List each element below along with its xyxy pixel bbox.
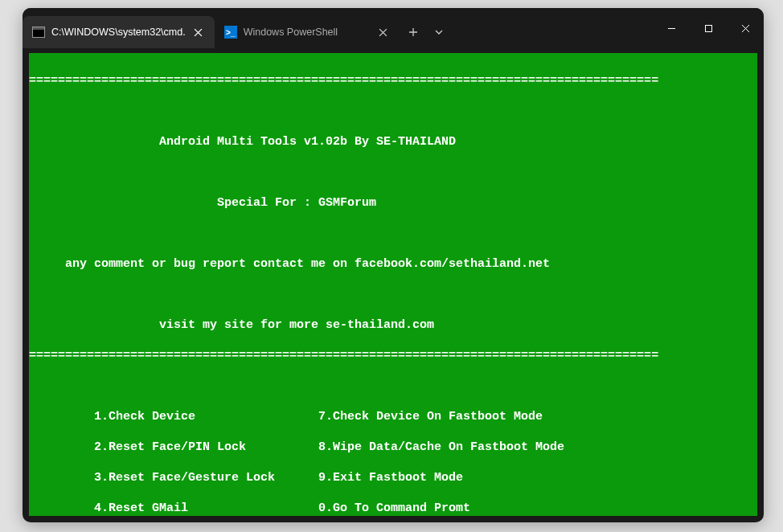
separator-line: ========================================… xyxy=(29,348,757,363)
cmd-icon xyxy=(32,26,45,39)
blank-line xyxy=(29,379,757,394)
tab-dropdown-button[interactable] xyxy=(427,16,451,48)
close-button[interactable] xyxy=(727,8,764,48)
menu-line xyxy=(29,424,757,440)
header-site: visit my site for more se-thailand.com xyxy=(29,317,757,333)
terminal-window: C:\WINDOWS\system32\cmd. >_ Windows Powe… xyxy=(23,8,764,522)
blank-line xyxy=(29,226,757,241)
tab-title: Windows PowerShell xyxy=(244,27,371,38)
blank-line xyxy=(29,287,757,302)
tab-title: C:\WINDOWS\system32\cmd. xyxy=(51,27,186,38)
maximize-button[interactable] xyxy=(690,8,727,48)
title-bar: C:\WINDOWS\system32\cmd. >_ Windows Powe… xyxy=(23,8,764,48)
blank-line xyxy=(29,165,757,180)
header-special: Special For : GSMForum xyxy=(29,195,757,211)
tab-cmd[interactable]: C:\WINDOWS\system32\cmd. xyxy=(23,16,215,48)
separator-line: ========================================… xyxy=(29,73,757,88)
new-tab-button[interactable] xyxy=(400,16,427,48)
blank-line xyxy=(29,104,757,119)
terminal-output[interactable]: ========================================… xyxy=(29,53,757,516)
tab-powershell[interactable]: >_ Windows PowerShell xyxy=(215,16,400,48)
menu-line: 4.Reset GMail 0.Go To Command Promt xyxy=(29,501,757,516)
svg-rect-0 xyxy=(705,25,711,31)
close-icon[interactable] xyxy=(192,26,205,39)
powershell-icon: >_ xyxy=(224,26,237,39)
menu-line xyxy=(29,455,757,470)
menu-lines: 1.Check Device 7.Check Device On Fastboo… xyxy=(29,409,757,516)
menu-line: 1.Check Device 7.Check Device On Fastboo… xyxy=(29,409,757,424)
menu-line xyxy=(29,485,757,501)
menu-line: 2.Reset Face/PIN Lock 8.Wipe Data/Cache … xyxy=(29,440,757,455)
header-contact: any comment or bug report contact me on … xyxy=(29,256,757,272)
header-title: Android Multi Tools v1.02b By SE-THAILAN… xyxy=(29,134,757,149)
minimize-button[interactable] xyxy=(653,8,690,48)
window-controls xyxy=(653,8,764,48)
menu-line: 3.Reset Face/Gesture Lock 9.Exit Fastboo… xyxy=(29,470,757,485)
close-icon[interactable] xyxy=(377,26,390,39)
tabs-container: C:\WINDOWS\system32\cmd. >_ Windows Powe… xyxy=(23,8,451,48)
